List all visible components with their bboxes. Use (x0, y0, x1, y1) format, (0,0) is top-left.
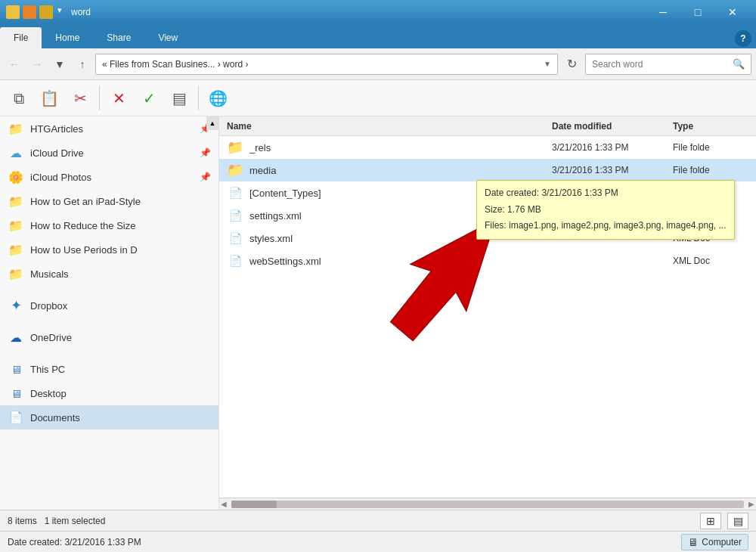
cut-button[interactable]: ✂ (66, 84, 94, 113)
sidebar-label-how-reduce: How to Reduce the Size (30, 220, 211, 231)
selected-count: 1 item selected (45, 516, 106, 526)
sidebar-label-desktop: Desktop (30, 388, 211, 399)
icloud-photos-icon: 🌼 (8, 169, 24, 185)
toolbar-separator-2 (198, 86, 199, 110)
file-item-rels[interactable]: 📁 _rels 3/21/2016 1:33 PM File folde (219, 136, 756, 159)
h-scroll[interactable]: ◀ ▶ (219, 498, 756, 510)
col-name-header: Name (227, 121, 552, 132)
file-date-media: 3/21/2016 1:33 PM (552, 165, 673, 175)
up-button[interactable]: ↑ (73, 54, 92, 74)
sidebar-label-documents: Documents (30, 412, 211, 423)
sidebar-spacer (0, 286, 218, 293)
file-type-websettings: XML Doc (673, 256, 748, 266)
sidebar-item-onedrive[interactable]: ☁ OneDrive (0, 325, 218, 349)
help-button[interactable]: ? (735, 30, 751, 47)
folder-icon-ipad: 📁 (8, 193, 24, 209)
minimize-button[interactable]: ─ (646, 0, 680, 24)
rename-button[interactable]: ✓ (135, 84, 163, 113)
sidebar-item-desktop[interactable]: 🖥 Desktop (0, 381, 218, 405)
sidebar-item-how-periods[interactable]: 📁 How to Use Periods in D (0, 237, 218, 262)
search-box: 🔍 (585, 54, 751, 75)
sidebar-item-documents[interactable]: 📄 Documents (0, 405, 218, 430)
folder-icon: 📁 (8, 120, 24, 137)
search-icon[interactable]: 🔍 (733, 58, 745, 70)
h-scrollbar-thumb[interactable] (231, 501, 277, 508)
file-item-websettings[interactable]: 📄 webSettings.xml XML Doc (219, 250, 756, 272)
items-count: 8 items (8, 516, 37, 526)
folder-icon-musicals: 📁 (8, 265, 24, 282)
icloud-drive-icon: ☁ (8, 144, 24, 161)
shell-button[interactable]: 🌐 (203, 84, 233, 113)
onedrive-icon: ☁ (8, 329, 24, 346)
sidebar-label-icloud-drive: iCloud Drive (30, 147, 194, 159)
h-scrollbar-track[interactable] (231, 501, 744, 508)
title-icon-2 (23, 5, 36, 19)
pc-icon: 🖥 (8, 361, 24, 377)
ribbon-tabs: File Home Share View ? (0, 24, 756, 48)
scroll-left-btn[interactable]: ◀ (221, 500, 227, 508)
view-controls: ⊞ ▤ (700, 513, 748, 529)
large-icons-view-button[interactable]: ▤ (727, 513, 748, 529)
window-controls: ─ □ ✕ (646, 0, 750, 24)
file-name-rels: _rels (249, 142, 552, 154)
close-button[interactable]: ✕ (715, 0, 750, 24)
checkmark-icon: ✓ (143, 91, 156, 106)
paste-icon: 📋 (40, 91, 59, 106)
sidebar-item-musicals[interactable]: 📁 Musicals (0, 262, 218, 286)
xml-icon-content: 📄 (227, 185, 243, 201)
file-item-media[interactable]: 📁 media 3/21/2016 1:33 PM File folde (219, 159, 756, 181)
sidebar-item-icloud-photos[interactable]: 🌼 iCloud Photos 📌 (0, 165, 218, 189)
folder-icon-periods: 📁 (8, 241, 24, 258)
tooltip-date-created: Date created: 3/21/2016 1:33 PM (485, 185, 727, 202)
file-name-websettings: webSettings.xml (249, 256, 552, 267)
sidebar-item-icloud-drive[interactable]: ☁ iCloud Drive 📌 (0, 141, 218, 165)
copy-icon: ⧉ (14, 91, 24, 106)
details-view-button[interactable]: ⊞ (700, 513, 721, 529)
documents-icon: 📄 (8, 409, 24, 426)
file-area: Name Date modified Type 📁 _rels 3/21/201… (219, 116, 756, 510)
tab-view[interactable]: View (144, 27, 191, 48)
title-icon-3 (39, 5, 53, 19)
address-path-text: « Files from Scan Busines... › word › (102, 59, 248, 70)
search-input[interactable] (592, 59, 730, 70)
forward-button: → (27, 54, 47, 74)
sidebar-label-how-ipad: How to Get an iPad-Style (30, 196, 211, 207)
sidebar: ▲ 📁 HTGArticles 📌 ☁ iCloud Drive 📌 🌼 iCl… (0, 116, 219, 510)
file-header: Name Date modified Type (219, 116, 756, 136)
maximize-button[interactable]: □ (680, 0, 715, 24)
pin-icon-icloud-drive: 📌 (200, 147, 211, 158)
main-area: ▲ 📁 HTGArticles 📌 ☁ iCloud Drive 📌 🌼 iCl… (0, 116, 756, 510)
paste-button[interactable]: 📋 (35, 84, 64, 113)
sidebar-item-thispc[interactable]: 🖥 This PC (0, 357, 218, 381)
xml-icon-websettings: 📄 (227, 253, 243, 269)
address-bar: ← → ▼ ↑ « Files from Scan Busines... › w… (0, 48, 756, 80)
file-date-rels: 3/21/2016 1:33 PM (552, 142, 673, 153)
properties-button[interactable]: ▤ (165, 84, 194, 113)
computer-label-area[interactable]: 🖥 Computer (681, 534, 748, 550)
computer-label: Computer (702, 537, 742, 547)
tab-share[interactable]: Share (93, 27, 144, 48)
col-date-header: Date modified (552, 121, 673, 132)
tooltip-size: Size: 1.76 MB (485, 202, 727, 219)
sidebar-item-how-reduce[interactable]: 📁 How to Reduce the Size (0, 213, 218, 237)
sidebar-item-how-ipad[interactable]: 📁 How to Get an iPad-Style (0, 189, 218, 213)
sidebar-item-htgarticles[interactable]: 📁 HTGArticles 📌 (0, 116, 218, 141)
refresh-button[interactable]: ↻ (561, 54, 582, 75)
address-path[interactable]: « Files from Scan Busines... › word › ▼ (95, 54, 558, 75)
tab-file[interactable]: File (0, 27, 42, 48)
toolbar: ⧉ 📋 ✂ ✕ ✓ ▤ 🌐 (0, 80, 756, 116)
sidebar-label-icloud-photos: iCloud Photos (30, 172, 194, 183)
copy-button[interactable]: ⧉ (5, 84, 33, 113)
sidebar-item-dropbox[interactable]: ✦ Dropbox (0, 293, 218, 318)
sidebar-scroll-up[interactable]: ▲ (206, 116, 218, 130)
status-bar: 8 items 1 item selected ⊞ ▤ (0, 510, 756, 531)
scroll-right-btn[interactable]: ▶ (748, 500, 754, 508)
recent-locations-button[interactable]: ▼ (50, 54, 70, 74)
sidebar-label-thispc: This PC (30, 364, 211, 375)
delete-button[interactable]: ✕ (104, 84, 133, 113)
pin-icon-icloud-photos: 📌 (200, 172, 211, 182)
folder-icon-reduce: 📁 (8, 217, 24, 234)
scissors-icon: ✂ (74, 91, 87, 106)
folder-icon-rels: 📁 (227, 139, 243, 156)
tab-home[interactable]: Home (42, 27, 93, 48)
